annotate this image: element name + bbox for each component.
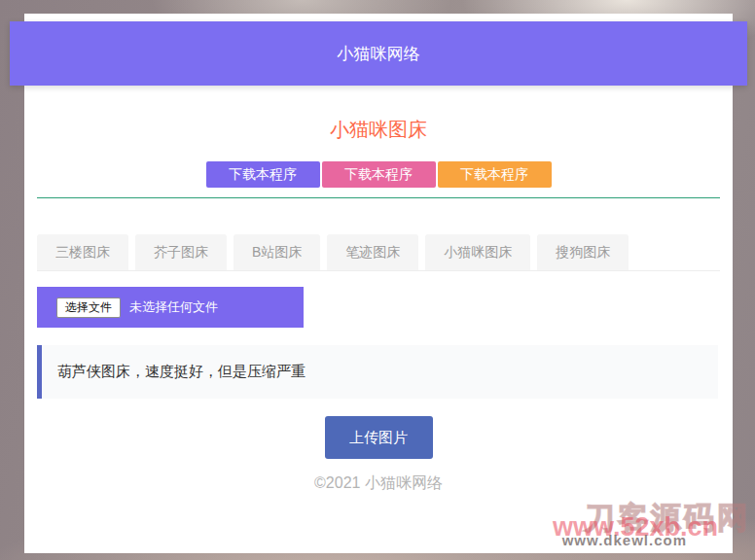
note-text: 葫芦侠图床，速度挺好，但是压缩严重 <box>57 363 306 381</box>
download-button-orange[interactable]: 下载本程序 <box>438 161 552 188</box>
green-divider <box>37 197 720 198</box>
file-status-text: 未选择任何文件 <box>129 298 218 316</box>
header-ribbon: 小猫咪网络 <box>10 21 747 86</box>
content-card: 小猫咪图床 下载本程序 下载本程序 下载本程序 三楼图床 芥子图床 B站图床 笔… <box>24 14 733 553</box>
upload-button-row: 上传图片 <box>24 416 733 459</box>
tab-sanlou[interactable]: 三楼图床 <box>37 234 128 270</box>
download-button-pink[interactable]: 下载本程序 <box>322 161 436 188</box>
tab-jiezi[interactable]: 芥子图床 <box>135 234 227 270</box>
tab-bar: 三楼图床 芥子图床 B站图床 笔迹图床 小猫咪图床 搜狗图床 <box>37 234 720 271</box>
tab-bzhan[interactable]: B站图床 <box>234 234 320 270</box>
page-title: 小猫咪图床 <box>24 117 733 143</box>
site-title: 小猫咪网络 <box>338 43 420 65</box>
tab-biji[interactable]: 笔迹图床 <box>327 234 418 270</box>
copyright-text: ©2021 小猫咪网络 <box>24 473 733 494</box>
download-button-row: 下载本程序 下载本程序 下载本程序 <box>24 161 733 188</box>
upload-button[interactable]: 上传图片 <box>325 416 433 459</box>
page-background: { "header": { "title": "小猫咪网络" }, "main"… <box>0 0 755 560</box>
file-input-strip: 选择文件 未选择任何文件 <box>37 287 304 328</box>
note-box: 葫芦侠图床，速度挺好，但是压缩严重 <box>37 345 718 399</box>
tab-sougou[interactable]: 搜狗图床 <box>537 234 629 270</box>
tab-xiaomaomi[interactable]: 小猫咪图床 <box>425 234 530 270</box>
choose-file-button[interactable]: 选择文件 <box>56 298 121 318</box>
download-button-purple[interactable]: 下载本程序 <box>206 161 320 188</box>
